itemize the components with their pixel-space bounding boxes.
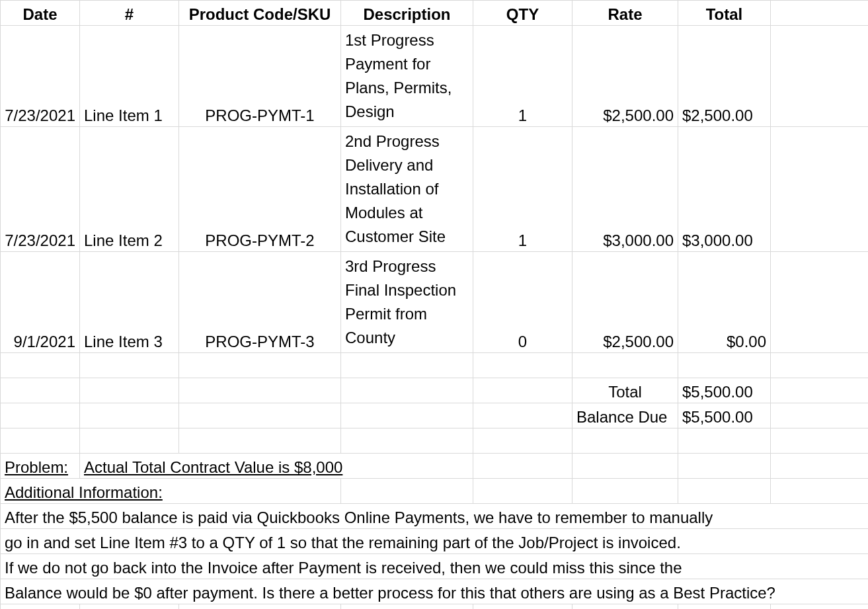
- balance-value[interactable]: $5,500.00: [678, 403, 771, 428]
- cell-num[interactable]: Line Item 3: [80, 252, 179, 353]
- additional-label[interactable]: Additional Information:: [1, 479, 341, 504]
- header-rate[interactable]: Rate: [572, 1, 678, 26]
- header-row: Date # Product Code/SKU Description QTY …: [1, 1, 869, 26]
- total-value[interactable]: $5,500.00: [678, 378, 771, 403]
- cell-total[interactable]: $0.00: [678, 252, 771, 353]
- cell-extra[interactable]: [771, 26, 869, 127]
- cell-total[interactable]: $3,000.00: [678, 127, 771, 252]
- summary-total-row: Total $5,500.00: [1, 378, 869, 403]
- cell-rate[interactable]: $2,500.00: [572, 26, 678, 127]
- cell-desc[interactable]: 3rd Progress Final Inspection Permit fro…: [341, 252, 473, 353]
- total-label[interactable]: Total: [572, 378, 678, 403]
- cell-desc[interactable]: 2nd Progress Delivery and Installation o…: [341, 127, 473, 252]
- blank-row: [1, 428, 869, 454]
- problem-row: Problem: Actual Total Contract Value is …: [1, 454, 869, 479]
- cell-num[interactable]: Line Item 1: [80, 26, 179, 127]
- note-row: go in and set Line Item #3 to a QTY of 1…: [1, 529, 869, 554]
- problem-text[interactable]: Actual Total Contract Value is $8,000: [80, 454, 473, 479]
- cell-qty[interactable]: 1: [473, 127, 572, 252]
- header-extra[interactable]: [771, 1, 869, 26]
- cell-rate[interactable]: $3,000.00: [572, 127, 678, 252]
- cell-extra[interactable]: [771, 252, 869, 353]
- header-num[interactable]: #: [80, 1, 179, 26]
- header-date[interactable]: Date: [1, 1, 80, 26]
- table-row: 7/23/2021 Line Item 2 PROG-PYMT-2 2nd Pr…: [1, 127, 869, 252]
- cell-extra[interactable]: [771, 127, 869, 252]
- cell-desc[interactable]: 1st Progress Payment for Plans, Permits,…: [341, 26, 473, 127]
- note-row: If we do not go back into the Invoice af…: [1, 554, 869, 579]
- cell-date[interactable]: 7/23/2021: [1, 127, 80, 252]
- note-text[interactable]: If we do not go back into the Invoice af…: [1, 554, 869, 579]
- note-row: Balance would be $0 after payment. Is th…: [1, 579, 869, 604]
- additional-info-row: Additional Information:: [1, 479, 869, 504]
- table-row: 7/23/2021 Line Item 1 PROG-PYMT-1 1st Pr…: [1, 26, 869, 127]
- cell-total[interactable]: $2,500.00: [678, 26, 771, 127]
- header-sku[interactable]: Product Code/SKU: [179, 1, 341, 26]
- cell-rate[interactable]: $2,500.00: [572, 252, 678, 353]
- balance-label[interactable]: Balance Due: [572, 403, 678, 428]
- cell-date[interactable]: 7/23/2021: [1, 26, 80, 127]
- problem-label[interactable]: Problem:: [1, 454, 80, 479]
- blank-row: [1, 604, 869, 610]
- header-desc[interactable]: Description: [341, 1, 473, 26]
- note-row: After the $5,500 balance is paid via Qui…: [1, 504, 869, 529]
- cell-num[interactable]: Line Item 2: [80, 127, 179, 252]
- summary-balance-row: Balance Due $5,500.00: [1, 403, 869, 428]
- cell-sku[interactable]: PROG-PYMT-2: [179, 127, 341, 252]
- cell-sku[interactable]: PROG-PYMT-1: [179, 26, 341, 127]
- cell-qty[interactable]: 1: [473, 26, 572, 127]
- cell-date[interactable]: 9/1/2021: [1, 252, 80, 353]
- header-total[interactable]: Total: [678, 1, 771, 26]
- header-qty[interactable]: QTY: [473, 1, 572, 26]
- table-row: 9/1/2021 Line Item 3 PROG-PYMT-3 3rd Pro…: [1, 252, 869, 353]
- cell-qty[interactable]: 0: [473, 252, 572, 353]
- note-text[interactable]: go in and set Line Item #3 to a QTY of 1…: [1, 529, 869, 554]
- spreadsheet-table: Date # Product Code/SKU Description QTY …: [0, 0, 868, 609]
- cell-sku[interactable]: PROG-PYMT-3: [179, 252, 341, 353]
- note-text[interactable]: After the $5,500 balance is paid via Qui…: [1, 504, 869, 529]
- blank-row: [1, 353, 869, 378]
- note-text[interactable]: Balance would be $0 after payment. Is th…: [1, 579, 869, 604]
